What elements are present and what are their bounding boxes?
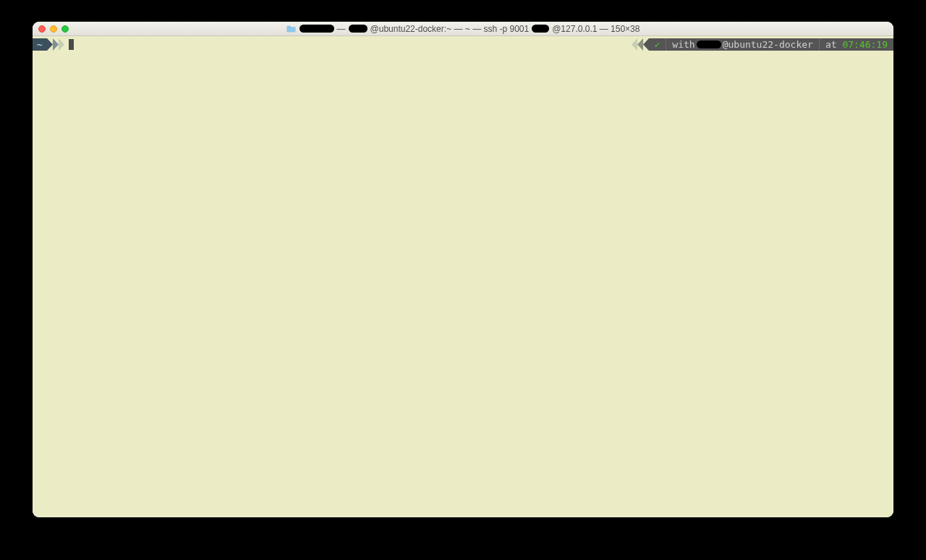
at-label: at: [825, 38, 837, 51]
zoom-button[interactable]: [61, 25, 69, 33]
title-separator-1: —: [337, 24, 346, 34]
prompt-path-segment: ~: [33, 38, 47, 51]
redacted-remote-user-b: [532, 25, 549, 33]
folder-icon: [286, 25, 297, 33]
title-text-2: @127.0.0.1 — 150×38: [552, 24, 640, 34]
window-title: — @ubuntu22-docker:~ — ~ — ssh -p 9001 @…: [33, 24, 893, 34]
check-icon: ✓: [655, 38, 660, 51]
redacted-remote-user-a: [349, 25, 368, 33]
host-label: @ubuntu22-docker: [723, 38, 813, 51]
time-value: 07:46:19: [842, 38, 888, 51]
prompt-path: ~: [37, 38, 43, 51]
svg-marker-2: [59, 38, 64, 51]
time-segment: at 07:46:19: [820, 38, 893, 51]
prompt-right: ✓ with @ubuntu22-docker at 07:46:19: [632, 38, 893, 51]
window-controls: [38, 25, 69, 33]
svg-marker-4: [637, 38, 643, 51]
prompt-left: ~: [33, 38, 74, 51]
svg-marker-5: [632, 38, 637, 51]
prompt-right-arrow-icon: [632, 38, 649, 51]
redacted-local-user: [300, 25, 334, 33]
minimize-button[interactable]: [50, 25, 57, 33]
title-text-1: @ubuntu22-docker:~ — ~ — ssh -p 9001: [370, 24, 530, 34]
svg-marker-3: [643, 38, 649, 51]
close-button[interactable]: [38, 25, 46, 33]
with-label: with: [672, 38, 694, 51]
user-host-segment: with @ubuntu22-docker: [666, 38, 819, 51]
redacted-username: [697, 41, 721, 48]
terminal-body[interactable]: ~ ✓: [33, 36, 893, 517]
terminal-window: — @ubuntu22-docker:~ — ~ — ssh -p 9001 @…: [33, 22, 893, 517]
svg-marker-0: [47, 38, 53, 51]
prompt-left-arrow-icon: [47, 38, 64, 51]
cursor: [69, 39, 74, 50]
titlebar: — @ubuntu22-docker:~ — ~ — ssh -p 9001 @…: [33, 22, 893, 36]
status-ok-segment: ✓: [649, 38, 666, 51]
svg-marker-1: [53, 38, 59, 51]
prompt-line: ~ ✓: [33, 38, 893, 51]
